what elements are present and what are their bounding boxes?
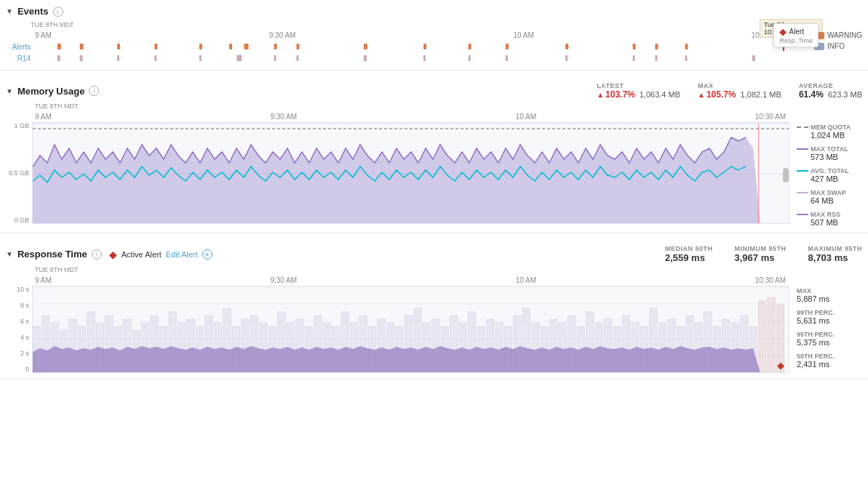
memory-legend-max-total: MAX TOTAL 573 MB (797, 145, 862, 161)
response-chart-container: 10 s 8 s 6 s 4 s 2 s 0 (0, 286, 868, 379)
memory-y-axis: 1 GB 0.5 GB 0 GB (6, 122, 32, 224)
svg-rect-0 (57, 44, 61, 49)
svg-rect-13 (565, 44, 568, 49)
svg-rect-12 (506, 44, 509, 49)
memory-scrollbar[interactable] (783, 168, 789, 182)
info-legend-label: INFO (827, 42, 845, 50)
svg-rect-11 (469, 44, 471, 49)
events-legend: WARNING INFO (814, 31, 862, 50)
svg-rect-1 (80, 44, 84, 49)
svg-rect-28 (506, 55, 508, 61)
events-header: ▼ Events i (0, 6, 868, 21)
memory-avg-pct: 61.4% (799, 89, 824, 100)
response-median-stat: MEDIAN 50TH 2,559 ms (665, 245, 713, 263)
add-alert-button[interactable]: + (202, 249, 212, 260)
svg-rect-30 (633, 55, 635, 61)
response-alert-diamond: ◆ (777, 360, 784, 371)
memory-max-mb: 1,082.1 MB (741, 90, 781, 99)
alerts-track: ◆ Alert Resp. Time Tue 8th10:55 - 10:56 … (35, 42, 782, 51)
memory-time-3: 10:30 AM (755, 113, 786, 121)
memory-max-stat: MAX ▲ 105.7% 1,082.1 MB (698, 82, 781, 100)
response-info-icon[interactable]: i (92, 249, 102, 260)
response-legend: MAX 5,887 ms 99TH PERC. 5,631 ms 95TH PE… (789, 286, 862, 373)
memory-legend-max-swap: MAX SWAP 64 MB (797, 189, 862, 205)
memory-chart-container: 1 GB 0.5 GB 0 GB (0, 122, 868, 233)
svg-rect-126 (768, 297, 775, 373)
active-alert-label: Active Alert (122, 250, 162, 259)
events-time-2: 10 AM (513, 31, 533, 39)
response-min-stat: MINIMUM 95TH 3,967 ms (734, 245, 786, 263)
svg-rect-24 (296, 55, 298, 61)
svg-rect-8 (296, 44, 299, 49)
svg-rect-25 (364, 55, 367, 61)
memory-avg-stat: AVERAGE 61.4% 623.3 MB (799, 82, 862, 100)
events-title: Events (17, 6, 49, 17)
response-chevron[interactable]: ▼ (6, 250, 13, 258)
events-chevron[interactable]: ▼ (6, 7, 13, 15)
events-time-0: 9 AM (35, 31, 52, 39)
svg-rect-22 (236, 55, 242, 61)
memory-title: Memory Usage (17, 86, 84, 97)
svg-rect-16 (685, 44, 688, 49)
response-y-axis: 10 s 8 s 6 s 4 s 2 s 0 (6, 286, 32, 373)
svg-rect-26 (423, 55, 426, 61)
svg-rect-31 (655, 55, 657, 61)
memory-legend-quota: MEM QUOTA 1,024 MB (797, 124, 862, 140)
events-info-icon[interactable]: i (53, 7, 63, 17)
events-section: ▼ Events i TUE 8TH MDT 9 AM 9:30 AM 10 A… (0, 0, 868, 71)
svg-rect-19 (117, 55, 119, 61)
svg-rect-10 (423, 44, 426, 49)
response-section: ▼ Response Time i ◆ Active Alert Edit Al… (0, 233, 868, 379)
response-legend-99th: 99TH PERC. 5,631 ms (797, 309, 862, 325)
memory-time-0: 9 AM (35, 113, 52, 121)
svg-rect-9 (364, 44, 367, 49)
memory-info-icon[interactable]: i (89, 86, 99, 96)
r14-row-label: R14 (6, 55, 35, 63)
response-title: Response Time (17, 249, 87, 260)
svg-rect-27 (469, 55, 471, 61)
svg-rect-6 (244, 44, 249, 49)
memory-latest-stat: LATEST ▲ 103.7% 1,063.4 MB (597, 82, 680, 100)
events-date-label: TUE 8TH MDT (31, 21, 74, 28)
svg-rect-125 (758, 301, 765, 373)
response-legend-50th: 50TH PERC. 2,431 ms (797, 353, 862, 369)
active-alert-diamond: ◆ (109, 249, 117, 260)
svg-rect-33 (752, 55, 755, 61)
memory-date-label: TUE 8TH MDT (35, 103, 786, 110)
response-date-label: TUE 8TH MDT (35, 266, 786, 273)
svg-rect-4 (199, 44, 202, 49)
memory-time-1: 9:30 AM (270, 113, 297, 121)
edit-alert-link[interactable]: Edit Alert (166, 250, 198, 259)
response-max-stat: MAXIMUM 95TH 8,703 ms (808, 245, 862, 263)
memory-latest-mb: 1,063.4 MB (640, 90, 680, 99)
svg-rect-20 (154, 55, 156, 61)
memory-section: ▼ Memory Usage i LATEST ▲ 103.7% 1,063.4… (0, 71, 868, 233)
memory-time-2: 10 AM (516, 113, 536, 121)
svg-rect-18 (80, 55, 83, 61)
svg-rect-17 (57, 55, 60, 61)
svg-rect-15 (655, 44, 658, 49)
events-time-1: 9:30 AM (269, 31, 296, 39)
warning-legend-label: WARNING (827, 31, 862, 39)
memory-max-pct: ▲ 105.7% (698, 89, 736, 100)
memory-legend-avg-total: AVG. TOTAL 427 MB (797, 167, 862, 183)
svg-rect-5 (229, 44, 232, 49)
r14-track (35, 54, 782, 63)
svg-rect-3 (154, 44, 157, 49)
svg-rect-21 (199, 55, 202, 61)
svg-rect-29 (565, 55, 568, 61)
memory-legend-max-rss: MAX RSS 507 MB (797, 211, 862, 227)
response-chart: ◆ (32, 286, 789, 373)
memory-avg-mb: 623.3 MB (828, 90, 862, 99)
svg-rect-14 (633, 44, 636, 49)
svg-rect-2 (117, 44, 120, 49)
memory-latest-pct: ▲ 103.7% (597, 89, 635, 100)
memory-legend: MEM QUOTA 1,024 MB MAX TOTAL 573 MB AVG.… (789, 122, 862, 227)
alert-tooltip: ◆ Alert Resp. Time (773, 23, 819, 47)
svg-rect-32 (685, 55, 687, 61)
response-legend-max: MAX 5,887 ms (797, 287, 862, 303)
memory-chevron[interactable]: ▼ (6, 87, 13, 95)
response-legend-95th: 95TH PERC. 5,375 ms (797, 331, 862, 347)
alerts-row-label: Alerts (6, 43, 35, 51)
memory-chart (32, 122, 789, 224)
